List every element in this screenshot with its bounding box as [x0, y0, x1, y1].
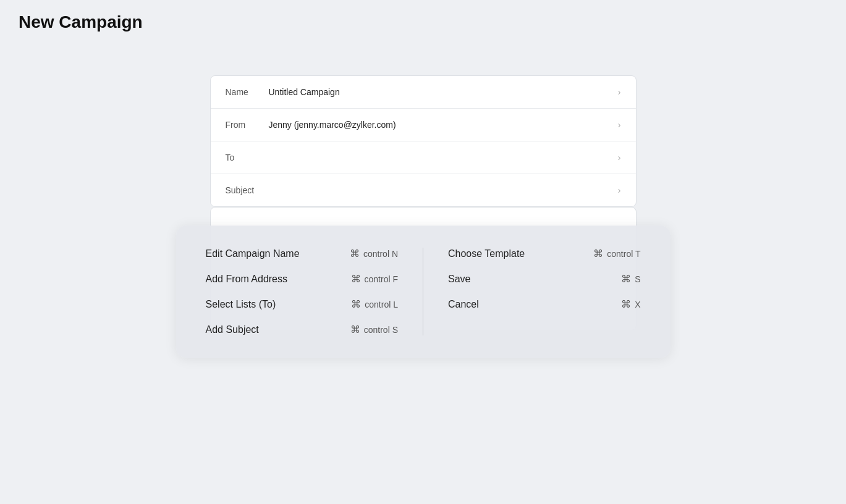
from-chevron-icon: ›: [618, 120, 621, 130]
shortcut-column-divider: [423, 248, 423, 335]
cancel-label: Cancel: [448, 299, 479, 310]
shortcut-select-lists: Select Lists (To) ⌘ control L: [206, 298, 399, 310]
shortcut-add-from-address: Add From Address ⌘ control F: [206, 273, 399, 285]
choose-template-keys: ⌘ control T: [593, 248, 640, 259]
campaign-form: Name Untitled Campaign › From Jenny (jen…: [210, 75, 637, 207]
name-row[interactable]: Name Untitled Campaign ›: [211, 76, 636, 109]
page-wrapper: New Campaign Name Untitled Campaign › Fr…: [0, 0, 846, 504]
name-value: Untitled Campaign: [269, 87, 618, 97]
name-chevron-icon: ›: [618, 87, 621, 97]
save-keys: ⌘ S: [621, 273, 640, 285]
to-row[interactable]: To ›: [211, 141, 636, 174]
add-subject-keys: ⌘ control S: [350, 324, 398, 335]
name-label: Name: [226, 87, 269, 97]
shortcut-left-column: Edit Campaign Name ⌘ control N Add From …: [206, 248, 399, 335]
select-lists-label: Select Lists (To): [206, 299, 276, 310]
shortcut-cancel: Cancel ⌘ X: [448, 298, 641, 310]
key-text: control L: [365, 300, 398, 309]
from-label: From: [226, 120, 269, 130]
add-subject-label: Add Subject: [206, 324, 259, 335]
cmd-icon: ⌘: [593, 248, 603, 259]
shortcut-right-column: Choose Template ⌘ control T Save ⌘ S Can…: [448, 248, 641, 335]
cmd-icon: ⌘: [350, 324, 360, 335]
cmd-icon: ⌘: [621, 298, 631, 310]
shortcut-edit-campaign-name: Edit Campaign Name ⌘ control N: [206, 248, 399, 259]
keyboard-shortcut-overlay: Edit Campaign Name ⌘ control N Add From …: [176, 225, 670, 358]
save-label: Save: [448, 274, 470, 285]
to-label: To: [226, 153, 269, 162]
to-chevron-icon: ›: [618, 153, 621, 162]
key-text: X: [635, 300, 640, 309]
subject-chevron-icon: ›: [618, 185, 621, 195]
cmd-icon: ⌘: [351, 298, 361, 310]
edit-campaign-name-label: Edit Campaign Name: [206, 248, 300, 259]
shortcut-choose-template: Choose Template ⌘ control T: [448, 248, 641, 259]
edit-campaign-name-keys: ⌘ control N: [350, 248, 398, 259]
key-text: control F: [365, 274, 398, 284]
from-row[interactable]: From Jenny (jenny.marco@zylker.com) ›: [211, 109, 636, 141]
subject-label: Subject: [226, 185, 269, 195]
select-lists-keys: ⌘ control L: [351, 298, 398, 310]
add-from-address-keys: ⌘ control F: [351, 273, 398, 285]
key-text: control S: [364, 325, 398, 335]
cmd-icon: ⌘: [351, 273, 361, 285]
key-text: control N: [363, 249, 398, 259]
choose-template-label: Choose Template: [448, 248, 525, 259]
key-text: S: [635, 274, 640, 284]
shortcut-save: Save ⌘ S: [448, 273, 641, 285]
key-text: control T: [607, 249, 640, 259]
page-title: New Campaign: [19, 12, 827, 32]
from-value: Jenny (jenny.marco@zylker.com): [269, 120, 618, 130]
cmd-icon: ⌘: [350, 248, 360, 259]
add-from-address-label: Add From Address: [206, 274, 288, 285]
cancel-keys: ⌘ X: [621, 298, 640, 310]
subject-row[interactable]: Subject ›: [211, 174, 636, 206]
cmd-icon: ⌘: [621, 273, 631, 285]
shortcut-add-subject: Add Subject ⌘ control S: [206, 324, 399, 335]
